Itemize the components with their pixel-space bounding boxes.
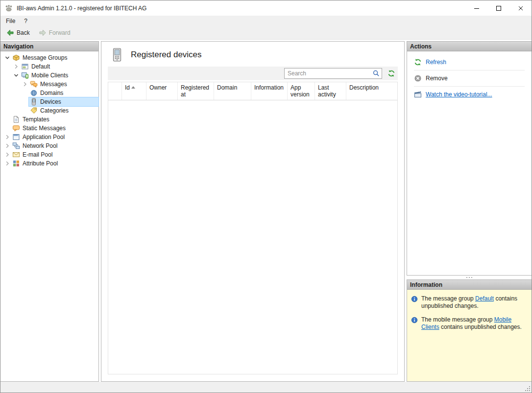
devices-table: Id Owner Registered at Domain Informatio…: [108, 82, 398, 374]
column-header-last-activity[interactable]: Last activity: [315, 82, 346, 100]
email-pool-icon: [12, 151, 20, 159]
window-title: IBI-aws Admin 1.21.0 - registered for IB…: [17, 5, 465, 12]
minimize-icon: [473, 4, 481, 12]
sidebar-item-templates[interactable]: Templates: [0, 115, 98, 124]
refresh-icon: [387, 69, 395, 77]
app-logo-icon: [5, 4, 13, 12]
table-header-row: Id Owner Registered at Domain Informatio…: [108, 82, 397, 100]
information-panel: Information The message group Default co…: [407, 279, 532, 382]
search-band: [108, 67, 398, 80]
info-message-default: The message group Default contains unpub…: [411, 295, 528, 310]
column-header-id[interactable]: Id: [122, 82, 146, 100]
chevron-down-icon[interactable]: [12, 71, 20, 79]
forward-arrow-icon: [39, 29, 47, 37]
expander-spacer: [21, 107, 29, 115]
panel-splitter-handle[interactable]: [407, 276, 532, 279]
actions-header: Actions: [407, 42, 532, 51]
column-header-owner[interactable]: Owner: [146, 82, 178, 100]
column-header-registered-at[interactable]: Registered at: [178, 82, 214, 100]
sidebar-item-messages[interactable]: Messages: [0, 80, 98, 89]
column-header-information[interactable]: Information: [251, 82, 288, 100]
refresh-icon: [414, 58, 422, 66]
sidebar-item-categories[interactable]: Categories: [0, 106, 98, 115]
expander-spacer: [21, 89, 29, 97]
menu-file[interactable]: File: [1, 16, 20, 26]
navigation-header: Navigation: [0, 42, 98, 51]
menu-help[interactable]: ?: [20, 16, 32, 26]
expander-spacer: [3, 116, 11, 123]
navigation-panel: Navigation Message Groups Default Mobile…: [0, 41, 99, 382]
maximize-button[interactable]: [487, 0, 509, 16]
column-header-app-version[interactable]: App version: [288, 82, 315, 100]
chevron-right-icon[interactable]: [3, 142, 11, 150]
content-panel: Registered devices Id Owner Regist: [101, 41, 405, 382]
menu-bar: File ?: [0, 16, 532, 26]
categories-icon: [30, 107, 38, 115]
expander-spacer: [3, 124, 11, 132]
sidebar-item-network-pool[interactable]: Network Pool: [0, 141, 98, 150]
mobile-clients-icon: [21, 71, 29, 79]
resize-grip[interactable]: [525, 386, 531, 392]
info-icon: [411, 317, 418, 324]
minimize-button[interactable]: [465, 0, 487, 16]
video-tutorial-icon: [414, 91, 422, 98]
registered-devices-icon: [112, 48, 122, 62]
sidebar-item-message-groups[interactable]: Message Groups: [0, 53, 98, 62]
app-window: IBI-aws Admin 1.21.0 - registered for IB…: [0, 0, 532, 393]
info-message-mobile-clients: The mobile message group Mobile Clients …: [411, 316, 528, 331]
information-body: The message group Default contains unpub…: [407, 290, 532, 381]
application-pool-icon: [12, 133, 20, 141]
chevron-right-icon[interactable]: [3, 160, 11, 167]
refresh-action[interactable]: Refresh: [413, 54, 526, 70]
sidebar-item-attribute-pool[interactable]: Attribute Pool: [0, 159, 98, 168]
message-groups-icon: [12, 54, 20, 62]
page-title: Registered devices: [131, 50, 202, 60]
chevron-right-icon[interactable]: [3, 151, 11, 159]
domains-icon: [30, 89, 38, 97]
static-messages-icon: [12, 124, 20, 132]
title-bar: IBI-aws Admin 1.21.0 - registered for IB…: [0, 0, 532, 16]
default-icon: [21, 63, 29, 70]
table-body-empty: [108, 100, 397, 374]
network-pool-icon: [12, 142, 20, 150]
search-input[interactable]: [284, 68, 382, 79]
right-column: Actions Refresh Remove Watch the video-: [407, 41, 532, 382]
chevron-right-icon[interactable]: [3, 133, 11, 141]
info-icon: [411, 296, 418, 302]
information-header: Information: [407, 280, 532, 290]
devices-icon: [30, 98, 38, 106]
back-button[interactable]: Back: [3, 28, 33, 38]
sidebar-item-application-pool[interactable]: Application Pool: [0, 133, 98, 141]
expander-spacer: [21, 98, 29, 106]
chevron-right-icon[interactable]: [12, 63, 20, 70]
toolbar: Back Forward: [0, 26, 532, 40]
sidebar-item-static-messages[interactable]: Static Messages: [0, 124, 98, 133]
close-button[interactable]: [509, 0, 532, 16]
sidebar-item-email-pool[interactable]: E-mail Pool: [0, 150, 98, 159]
actions-panel: Actions Refresh Remove Watch the video-: [407, 41, 532, 276]
sort-ascending-icon: [131, 86, 135, 89]
column-header-domain[interactable]: Domain: [214, 82, 251, 100]
search-icon[interactable]: [372, 69, 380, 77]
sidebar-item-mobile-clients[interactable]: Mobile Clients: [0, 71, 98, 80]
actions-list: Refresh Remove Watch the video-tutorial.…: [407, 51, 532, 102]
close-icon: [517, 4, 525, 12]
video-tutorial-link[interactable]: Watch the video-tutorial...: [413, 87, 526, 102]
maximize-icon: [495, 4, 503, 12]
remove-action[interactable]: Remove: [413, 70, 526, 86]
default-group-link[interactable]: Default: [475, 295, 494, 302]
back-arrow-icon: [6, 29, 14, 37]
sidebar-item-domains[interactable]: Domains: [0, 89, 98, 97]
refresh-list-button[interactable]: [387, 69, 395, 77]
column-header-description[interactable]: Description: [346, 82, 397, 100]
chevron-right-icon[interactable]: [21, 80, 29, 88]
forward-button[interactable]: Forward: [35, 28, 74, 38]
main-area: Navigation Message Groups Default Mobile…: [0, 40, 532, 382]
column-header-blank[interactable]: [108, 82, 122, 100]
templates-icon: [12, 116, 20, 123]
status-bar: [0, 382, 532, 393]
sidebar-item-devices[interactable]: Devices: [0, 97, 98, 106]
sidebar-item-default[interactable]: Default: [0, 62, 98, 71]
chevron-down-icon[interactable]: [3, 54, 11, 62]
search-box: [284, 68, 382, 79]
